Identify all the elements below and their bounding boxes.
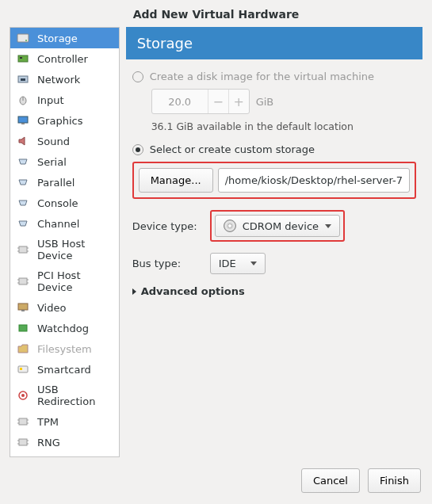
size-input — [152, 91, 208, 113]
svg-marker-10 — [19, 137, 25, 145]
sidebar-item-channel[interactable]: Channel — [10, 213, 119, 234]
sidebar-item-usb-host-device[interactable]: USB Host Device — [10, 234, 119, 265]
svg-rect-3 — [20, 57, 22, 59]
svg-rect-9 — [21, 123, 25, 124]
advanced-options-label: Advanced options — [141, 285, 245, 297]
device-type-row: Device type: CDROM device — [132, 210, 416, 242]
smartcard-icon — [17, 363, 31, 376]
sidebar-item-label: Filesystem — [37, 343, 92, 355]
sidebar-item-label: Video — [37, 302, 66, 314]
parallel-icon — [17, 176, 31, 189]
sidebar-item-controller[interactable]: Controller — [10, 48, 119, 69]
radio-create-label: Create a disk image for the virtual mach… — [150, 71, 374, 82]
usb-redirection-icon — [17, 389, 31, 402]
svg-rect-22 — [21, 310, 25, 311]
sidebar-item-label: Console — [37, 197, 78, 209]
sidebar-item-parallel[interactable]: Parallel — [10, 172, 119, 193]
device-type-combo[interactable]: CDROM device — [215, 215, 340, 237]
cancel-button[interactable]: Cancel — [301, 468, 360, 493]
bus-type-label: Bus type: — [132, 258, 202, 269]
controller-icon — [17, 52, 31, 65]
chevron-right-icon — [132, 288, 136, 295]
svg-rect-21 — [18, 304, 28, 310]
svg-rect-33 — [19, 439, 27, 445]
content-area: StorageControllerNetworkInputGraphicsSou… — [0, 27, 432, 457]
sidebar-item-tpm[interactable]: TPM — [10, 411, 119, 432]
sidebar-item-watchdog[interactable]: Watchdog — [10, 318, 119, 338]
device-type-value: CDROM device — [243, 220, 319, 232]
sidebar-item-label: Network — [37, 74, 80, 86]
radio-custom-label: Select or create custom storage — [150, 143, 315, 155]
cdrom-icon — [224, 220, 236, 232]
sidebar-item-pci-host-device[interactable]: PCI Host Device — [10, 265, 119, 297]
svg-rect-5 — [21, 78, 25, 81]
bus-type-value: IDE — [219, 258, 236, 269]
sidebar-item-label: Controller — [37, 53, 88, 65]
sidebar-item-smartcard[interactable]: Smartcard — [10, 359, 119, 380]
sidebar-item-label: Sound — [37, 136, 70, 147]
serial-icon — [17, 155, 31, 168]
sidebar-item-usb-redirection[interactable]: USB Redirection — [10, 380, 119, 411]
manage-button[interactable]: Manage... — [139, 168, 213, 193]
chevron-down-icon — [325, 224, 331, 228]
svg-point-1 — [25, 40, 27, 41]
tpm-icon — [17, 415, 31, 428]
sidebar-item-label: Channel — [37, 218, 79, 230]
sidebar-item-network[interactable]: Network — [10, 69, 119, 90]
available-space-text: 36.1 GiB available in the default locati… — [151, 120, 416, 132]
main-panel: Storage Create a disk image for the virt… — [120, 27, 422, 457]
svg-rect-8 — [18, 116, 28, 123]
radio-icon — [132, 71, 143, 82]
advanced-options-expander[interactable]: Advanced options — [132, 285, 416, 297]
pci-host-device-icon — [17, 275, 31, 288]
dialog-footer: Cancel Finish — [0, 457, 432, 504]
storage-icon — [17, 32, 31, 44]
svg-rect-23 — [19, 325, 27, 331]
sidebar-item-sound[interactable]: Sound — [10, 131, 119, 151]
sidebar-item-label: USB Host Device — [37, 238, 113, 262]
watchdog-icon — [17, 322, 31, 334]
minus-button: − — [208, 90, 228, 113]
storage-path-input[interactable]: /home/kiosk/Desktop/rhel-server-7 — [218, 168, 410, 193]
sidebar-item-label: USB Redirection — [37, 384, 113, 407]
sidebar-item-video[interactable]: Video — [10, 297, 119, 318]
sidebar-item-console[interactable]: Console — [10, 193, 119, 213]
svg-point-27 — [21, 394, 25, 397]
sidebar-item-label: Serial — [37, 156, 67, 168]
sidebar-item-rng[interactable]: RNG — [10, 432, 119, 452]
hardware-sidebar: StorageControllerNetworkInputGraphicsSou… — [10, 27, 120, 457]
console-icon — [17, 197, 31, 209]
radio-create-disk[interactable]: Create a disk image for the virtual mach… — [132, 71, 416, 82]
sidebar-item-label: Smartcard — [37, 364, 91, 376]
svg-rect-25 — [20, 368, 22, 370]
svg-rect-0 — [17, 34, 29, 42]
bus-type-combo[interactable]: IDE — [210, 253, 266, 274]
sidebar-item-label: RNG — [37, 437, 60, 449]
form-area: Create a disk image for the virtual mach… — [126, 59, 422, 457]
device-type-highlight: CDROM device — [210, 210, 345, 242]
sidebar-item-filesystem[interactable]: Filesystem — [10, 338, 119, 359]
rng-icon — [17, 436, 31, 449]
sidebar-item-label: Graphics — [37, 115, 82, 127]
size-unit: GiB — [256, 96, 274, 108]
sidebar-item-serial[interactable]: Serial — [10, 151, 119, 172]
svg-rect-28 — [19, 418, 27, 425]
plus-button: + — [228, 90, 249, 113]
sidebar-item-label: Parallel — [37, 177, 75, 189]
usb-host-device-icon — [17, 243, 31, 256]
svg-rect-16 — [19, 278, 27, 284]
network-icon — [17, 73, 31, 86]
sidebar-item-label: PCI Host Device — [37, 269, 113, 293]
chevron-down-icon — [250, 262, 257, 265]
sidebar-item-label: Watchdog — [37, 323, 89, 334]
finish-button[interactable]: Finish — [368, 468, 421, 493]
radio-custom-storage[interactable]: Select or create custom storage — [132, 143, 416, 155]
sidebar-item-graphics[interactable]: Graphics — [10, 110, 119, 131]
sidebar-item-label: Storage — [37, 32, 78, 44]
window-title: Add New Virtual Hardware — [0, 0, 432, 27]
svg-rect-24 — [18, 366, 28, 372]
sidebar-item-storage[interactable]: Storage — [10, 28, 119, 48]
bus-type-row: Bus type: IDE — [132, 253, 416, 274]
sidebar-item-input[interactable]: Input — [10, 90, 119, 110]
input-icon — [17, 94, 31, 106]
